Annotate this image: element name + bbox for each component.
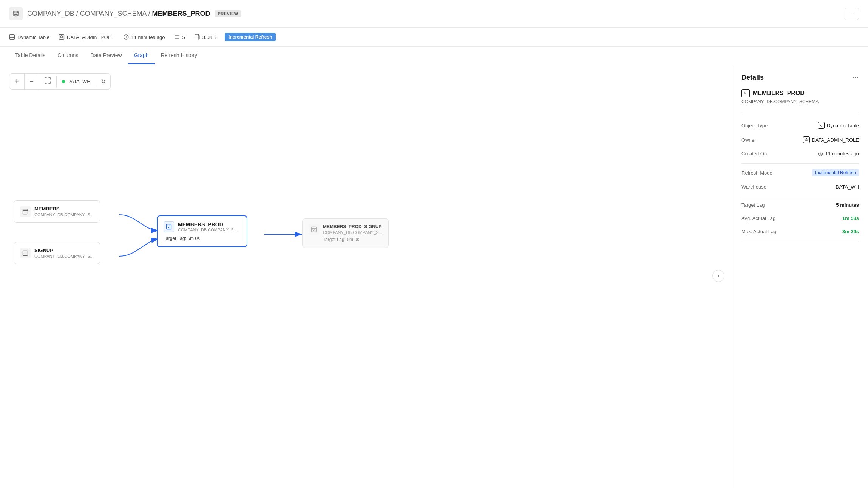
signup-node-icon — [20, 248, 31, 258]
top-bar: COMPANY_DB / COMPANY_SCHEMA / MEMBERS_PR… — [0, 0, 868, 28]
detail-label-created-on: Created On — [741, 151, 767, 156]
section-divider-1 — [741, 163, 859, 164]
svg-point-0 — [13, 11, 19, 13]
detail-value-max-lag: 3m 29s — [842, 229, 859, 234]
zoom-in-button[interactable]: + — [9, 74, 25, 89]
details-divider-1 — [741, 112, 859, 112]
breadcrumb: COMPANY_DB / COMPANY_SCHEMA / MEMBERS_PR… — [27, 10, 210, 18]
detail-value-target-lag: 5 minutes — [836, 202, 859, 208]
details-object-name: MEMBERS_PROD — [741, 89, 859, 97]
detail-label-owner: Owner — [741, 137, 756, 143]
meta-size: 3.0KB — [194, 34, 216, 40]
warehouse-indicator: DATA_WH — [56, 76, 96, 87]
meta-time-label: 11 minutes ago — [131, 34, 165, 40]
svg-rect-1 — [10, 35, 15, 40]
top-bar-left: COMPANY_DB / COMPANY_SCHEMA / MEMBERS_PR… — [9, 7, 241, 20]
node-members-prod-signup[interactable]: MEMBERS_PROD_SIGNUP COMPANY_DB.COMPANY_S… — [302, 218, 389, 248]
details-dt-icon — [741, 89, 750, 97]
members-prod-header: MEMBERS_PROD COMPANY_DB.COMPANY_S... — [164, 221, 241, 232]
members-prod-signup-name: MEMBERS_PROD_SIGNUP — [323, 224, 382, 229]
section-divider-2 — [741, 197, 859, 197]
detail-label-avg-lag: Avg. Actual Lag — [741, 215, 775, 221]
tabs: Table Details Columns Data Preview Graph… — [0, 47, 868, 64]
detail-label-refresh-mode: Refresh Mode — [741, 170, 772, 176]
fit-button[interactable] — [39, 74, 56, 89]
preview-badge: PREVIEW — [215, 10, 241, 17]
detail-row-created-on: Created On 11 minutes ago — [741, 147, 859, 160]
detail-row-avg-lag: Avg. Actual Lag 1m 53s — [741, 212, 859, 225]
detail-dt-icon — [818, 122, 825, 129]
meta-size-label: 3.0KB — [202, 34, 216, 40]
meta-time: 11 minutes ago — [123, 34, 165, 40]
members-node-text: MEMBERS COMPANY_DB.COMPANY_S... — [34, 206, 94, 217]
db-icon — [9, 7, 23, 20]
members-prod-signup-icon — [309, 224, 319, 235]
graph-arrows — [0, 64, 732, 487]
svg-rect-17 — [23, 251, 28, 255]
detail-row-owner: Owner DATA_ADMIN_ROLE — [741, 133, 859, 147]
detail-label-warehouse: Warehouse — [741, 184, 766, 190]
meta-bar: Dynamic Table DATA_ADMIN_ROLE 11 minutes… — [0, 28, 868, 47]
tab-data-preview[interactable]: Data Preview — [84, 47, 128, 64]
node-members[interactable]: MEMBERS COMPANY_DB.COMPANY_S... — [14, 200, 100, 223]
signup-node-name: SIGNUP — [34, 248, 94, 253]
members-prod-signup-lag: Target Lag: 5m 0s — [323, 237, 382, 242]
details-title: Details — [741, 74, 764, 82]
tab-graph[interactable]: Graph — [128, 47, 155, 64]
meta-object-type: Dynamic Table — [9, 34, 49, 40]
zoom-out-button[interactable]: − — [25, 74, 40, 89]
section-divider-3 — [741, 241, 859, 241]
main-content: + − DATA_WH ↻ — [0, 64, 868, 487]
graph-area: + − DATA_WH ↻ — [0, 64, 732, 487]
members-prod-signup-schema: COMPANY_DB.COMPANY_S... — [323, 230, 382, 235]
meta-role-label: DATA_ADMIN_ROLE — [67, 34, 114, 40]
incremental-refresh-badge: Incremental Refresh — [225, 33, 276, 41]
detail-label-target-lag: Target Lag — [741, 202, 765, 208]
top-bar-right: ⋯ — [845, 8, 859, 20]
detail-value-owner: DATA_ADMIN_ROLE — [803, 136, 859, 143]
members-node-icon — [20, 206, 31, 217]
members-prod-icon — [164, 221, 174, 232]
details-header: Details ⋯ — [741, 73, 859, 82]
members-node-schema: COMPANY_DB.COMPANY_S... — [34, 212, 94, 217]
tab-columns[interactable]: Columns — [51, 47, 84, 64]
svg-point-24 — [806, 139, 807, 140]
controls-bar: + − DATA_WH ↻ — [9, 73, 111, 90]
svg-rect-10 — [195, 34, 198, 39]
detail-value-created-on: 11 minutes ago — [818, 151, 859, 156]
svg-rect-14 — [23, 209, 28, 214]
more-options-button[interactable]: ⋯ — [845, 8, 859, 20]
tab-refresh-history[interactable]: Refresh History — [155, 47, 203, 64]
detail-label-object-type: Object Type — [741, 123, 768, 128]
meta-rows-label: 5 — [182, 34, 185, 40]
members-node-name: MEMBERS — [34, 206, 94, 212]
warehouse-name: DATA_WH — [67, 79, 91, 84]
tab-table-details[interactable]: Table Details — [9, 47, 51, 64]
members-prod-schema: COMPANY_DB.COMPANY_S... — [178, 227, 237, 232]
signup-node-text: SIGNUP COMPANY_DB.COMPANY_S... — [34, 248, 94, 258]
detail-value-refresh-mode: Incremental Refresh — [812, 169, 859, 176]
detail-row-warehouse: Warehouse DATA_WH — [741, 180, 859, 193]
node-members-prod[interactable]: MEMBERS_PROD COMPANY_DB.COMPANY_S... Tar… — [157, 215, 247, 247]
detail-value-object-type: Dynamic Table — [818, 122, 859, 129]
refresh-button[interactable]: ↻ — [96, 74, 110, 89]
members-prod-name: MEMBERS_PROD — [178, 221, 237, 227]
detail-row-object-type: Object Type Dynamic Table — [741, 118, 859, 133]
detail-row-max-lag: Max. Actual Lag 3m 29s — [741, 225, 859, 238]
details-more-button[interactable]: ⋯ — [852, 73, 859, 82]
details-panel: Details ⋯ MEMBERS_PROD COMPANY_DB.COMPAN… — [732, 64, 868, 487]
detail-row-refresh-mode: Refresh Mode Incremental Refresh — [741, 165, 859, 180]
signup-node-schema: COMPANY_DB.COMPANY_S... — [34, 254, 94, 258]
detail-label-max-lag: Max. Actual Lag — [741, 229, 777, 234]
details-schema: COMPANY_DB.COMPANY_SCHEMA — [741, 99, 859, 104]
expand-button[interactable]: › — [712, 270, 724, 282]
node-signup[interactable]: SIGNUP COMPANY_DB.COMPANY_S... — [14, 242, 100, 264]
detail-row-target-lag: Target Lag 5 minutes — [741, 198, 859, 212]
svg-point-5 — [61, 36, 63, 37]
warehouse-status-dot — [62, 80, 65, 83]
meta-role: DATA_ADMIN_ROLE — [59, 34, 114, 40]
svg-rect-22 — [312, 227, 317, 232]
members-prod-signup-text: MEMBERS_PROD_SIGNUP COMPANY_DB.COMPANY_S… — [323, 224, 382, 242]
detail-value-warehouse: DATA_WH — [836, 184, 859, 190]
detail-owner-icon — [803, 136, 810, 143]
